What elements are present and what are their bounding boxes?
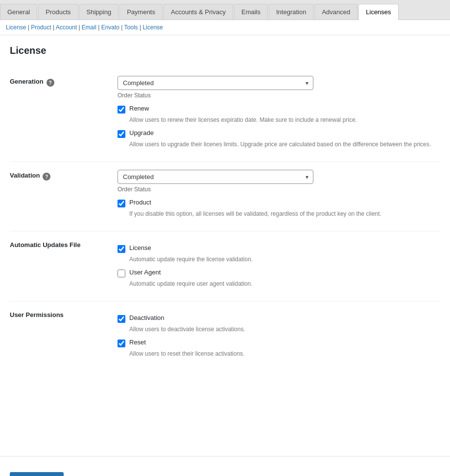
breadcrumb-tools[interactable]: Tools: [124, 24, 138, 31]
user-permissions-control-col: Deactivation Allow users to deactivate l…: [118, 309, 440, 363]
tab-shipping[interactable]: Shipping: [79, 4, 119, 20]
auto-updates-useragent-description: Automatic update require user agent vali…: [129, 279, 440, 288]
user-permissions-row: User Permissions Deactivation Allow user…: [10, 301, 440, 371]
auto-updates-license-checkbox[interactable]: [118, 245, 125, 253]
generation-upgrade-description: Allow users to upgrade their licenes lim…: [129, 140, 440, 149]
tab-products[interactable]: Products: [38, 4, 78, 20]
user-permissions-reset-description: Allow users to reset their license activ…: [129, 349, 440, 358]
tab-payments[interactable]: Payments: [119, 4, 163, 20]
user-permissions-reset-label[interactable]: Reset: [129, 339, 146, 346]
validation-order-status-label: Order Status: [118, 186, 440, 193]
user-permissions-deactivation-row: Deactivation: [118, 314, 440, 323]
breadcrumb-license2[interactable]: License: [142, 24, 163, 31]
validation-product-checkbox[interactable]: [118, 200, 125, 207]
validation-control-col: Completed Processing On Hold Pending Ord…: [118, 170, 440, 223]
user-permissions-deactivation-label[interactable]: Deactivation: [129, 314, 165, 321]
breadcrumb: License | Product | Account | Email | En…: [0, 20, 450, 35]
generation-order-status-wrapper: Completed Processing On Hold Pending: [118, 76, 313, 90]
save-changes-button[interactable]: Save changes: [10, 472, 64, 476]
generation-renew-checkbox[interactable]: [118, 106, 125, 113]
validation-product-description: If you disable this option, all licenses…: [129, 209, 440, 218]
auto-updates-useragent-label[interactable]: User Agent: [129, 269, 161, 276]
auto-updates-label-col: Automatic Updates File: [10, 239, 118, 293]
auto-updates-license-row: License: [118, 244, 440, 253]
tab-advanced[interactable]: Advanced: [314, 4, 357, 20]
user-permissions-deactivation-checkbox[interactable]: [118, 315, 125, 323]
auto-updates-license-description: Automatic update require the license val…: [129, 255, 440, 264]
generation-row: Generation ? Completed Processing On Hol…: [10, 68, 440, 161]
tab-emails[interactable]: Emails: [234, 4, 268, 20]
tabs-bar: General Products Shipping Payments Accou…: [0, 0, 450, 20]
breadcrumb-license[interactable]: License: [6, 24, 26, 31]
auto-updates-row: Automatic Updates File License Automatic…: [10, 231, 440, 301]
user-permissions-reset-row: Reset: [118, 339, 440, 347]
footer-bar: Save changes: [0, 456, 450, 476]
user-permissions-deactivation-description: Allow users to deactivate license activa…: [129, 325, 440, 334]
validation-label: Validation: [10, 172, 40, 179]
validation-order-status-select[interactable]: Completed Processing On Hold Pending: [118, 170, 313, 184]
breadcrumb-envato[interactable]: Envato: [101, 24, 119, 31]
breadcrumb-account[interactable]: Account: [56, 24, 77, 31]
tab-general[interactable]: General: [0, 4, 37, 20]
generation-renew-description: Allow users to renew their licenses expi…: [129, 115, 440, 124]
validation-row: Validation ? Completed Processing On Hol…: [10, 161, 440, 231]
breadcrumb-product[interactable]: Product: [31, 24, 51, 31]
breadcrumb-email[interactable]: Email: [82, 24, 96, 31]
auto-updates-license-label[interactable]: License: [129, 244, 151, 251]
generation-upgrade-label[interactable]: Upgrade: [129, 129, 154, 136]
auto-updates-useragent-checkbox[interactable]: [118, 270, 125, 277]
user-permissions-reset-checkbox[interactable]: [118, 340, 125, 347]
validation-product-label[interactable]: Product: [129, 199, 151, 206]
generation-help-icon[interactable]: ?: [47, 79, 54, 87]
validation-product-row: Product: [118, 199, 440, 207]
generation-order-status-label: Order Status: [118, 92, 440, 99]
settings-table: Generation ? Completed Processing On Hol…: [10, 68, 440, 371]
generation-label: Generation: [10, 78, 44, 85]
validation-order-status-wrapper: Completed Processing On Hold Pending: [118, 170, 313, 184]
auto-updates-useragent-row: User Agent: [118, 269, 440, 277]
generation-renew-row: Renew: [118, 105, 440, 113]
generation-order-status-select[interactable]: Completed Processing On Hold Pending: [118, 76, 313, 90]
tab-licenses[interactable]: Licenses: [358, 4, 398, 20]
user-permissions-label-col: User Permissions: [10, 309, 118, 363]
generation-upgrade-row: Upgrade: [118, 129, 440, 138]
auto-updates-label: Automatic Updates File: [10, 241, 80, 249]
page-content: License Generation ? Completed Processin…: [0, 35, 450, 456]
tab-accounts-privacy[interactable]: Accounts & Privacy: [164, 4, 233, 20]
validation-help-icon[interactable]: ?: [43, 173, 50, 181]
user-permissions-label: User Permissions: [10, 311, 64, 318]
generation-control-col: Completed Processing On Hold Pending Ord…: [118, 76, 440, 154]
tab-integration[interactable]: Integration: [269, 4, 313, 20]
page-title: License: [10, 45, 440, 56]
validation-label-col: Validation ?: [10, 170, 118, 223]
generation-label-col: Generation ?: [10, 76, 118, 154]
generation-upgrade-checkbox[interactable]: [118, 130, 125, 138]
auto-updates-control-col: License Automatic update require the lic…: [118, 239, 440, 293]
generation-renew-label[interactable]: Renew: [129, 105, 149, 112]
